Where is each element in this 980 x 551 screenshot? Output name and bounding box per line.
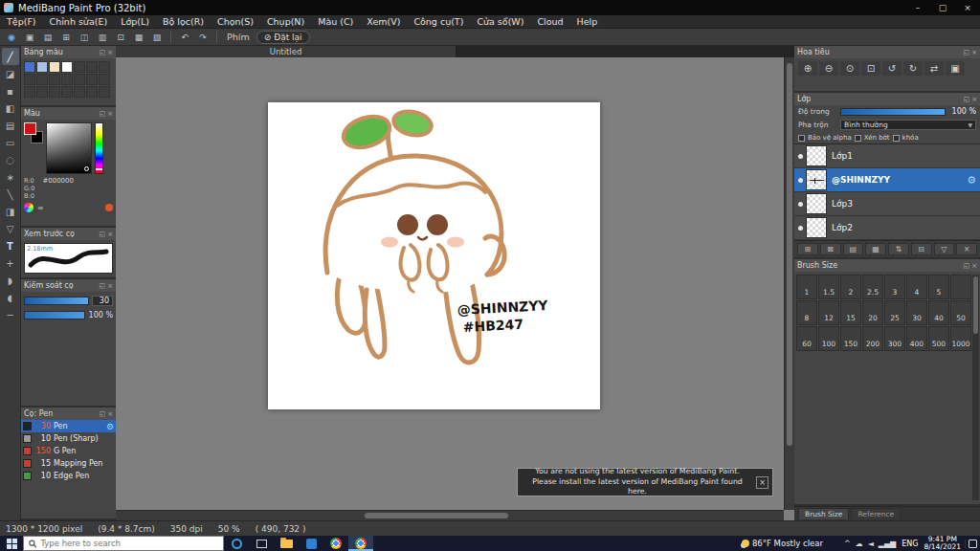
merge-layer-icon[interactable]: ⊟ (911, 243, 932, 255)
minimize-button[interactable]: – (905, 0, 930, 15)
reset-button[interactable]: ⊘ Đặt lại (256, 31, 310, 44)
hue-slider[interactable] (95, 122, 103, 174)
zoom-out-icon[interactable]: ⊖ (819, 61, 838, 76)
brush-item-gpen[interactable]: 150 G Pen (21, 445, 116, 457)
onedrive-cloud-icon[interactable]: ☁ (856, 540, 863, 548)
color-close-icon[interactable] (105, 204, 113, 211)
zoom-in-icon[interactable]: ⊕ (798, 61, 817, 76)
layer-visibility-icon[interactable] (794, 178, 806, 183)
layer-visibility-icon[interactable] (794, 226, 806, 231)
palette-swatch[interactable] (36, 86, 48, 98)
hand-tool[interactable]: ◖ (2, 289, 19, 306)
volume-icon[interactable]: ◄ (868, 540, 874, 548)
close-panel-icon[interactable]: × (107, 110, 113, 118)
flip-icon[interactable]: ⇄ (924, 61, 944, 76)
close-panel-icon[interactable]: × (107, 49, 113, 56)
language-indicator[interactable]: ENG (902, 540, 918, 548)
menu-layer[interactable]: Lớp(L) (114, 16, 156, 27)
grid-icon[interactable]: ▥ (95, 31, 110, 44)
brush-size-scrollbar[interactable] (972, 275, 979, 500)
active-app-button[interactable] (348, 536, 373, 551)
zoom-fit-icon[interactable]: ⊙ (840, 61, 859, 76)
layer-visibility-icon[interactable] (794, 154, 806, 159)
brush-item-mapping-pen[interactable]: 15 Mapping Pen (21, 457, 116, 470)
text-tool[interactable]: T (2, 237, 19, 254)
open-icon[interactable]: ▤ (40, 31, 56, 44)
brush-item-pen[interactable]: 30 Pen ⚙ (21, 420, 116, 432)
menu-select[interactable]: Chọn(S) (211, 16, 260, 27)
brush-size-cell[interactable]: 15 (840, 300, 861, 325)
canvas-vertical-scrollbar[interactable] (784, 57, 794, 510)
brush-opacity-slider[interactable] (24, 311, 85, 320)
operation-tool[interactable]: + (2, 254, 19, 272)
menu-window[interactable]: Cửa sổ(W) (470, 16, 530, 27)
undo-icon[interactable]: ↶ (177, 31, 192, 44)
undock-icon[interactable]: ◱ (100, 110, 106, 118)
cloud-icon[interactable]: ◉ (4, 31, 19, 44)
layer-row[interactable]: Lớp3 (794, 192, 980, 216)
palette-swatch[interactable] (74, 86, 85, 98)
phim-button[interactable]: Phím (223, 32, 254, 42)
color-wheel-icon[interactable] (24, 203, 33, 212)
export-icon[interactable]: ◫ (77, 31, 92, 44)
blend-mode-dropdown[interactable]: Bình thường ▼ (840, 120, 976, 130)
lasso-tool[interactable]: ◌ (2, 151, 19, 168)
magic-wand-tool[interactable]: ∗ (2, 168, 19, 186)
palette-swatch[interactable] (36, 61, 48, 73)
fg-color-swatch[interactable] (24, 122, 36, 135)
undock-icon[interactable]: ◱ (100, 282, 106, 290)
notification-close-button[interactable]: × (756, 476, 768, 489)
brush-tool[interactable]: ╱ (2, 48, 19, 65)
brush-size-cell[interactable]: 4 (906, 275, 927, 299)
document-tab-untitled[interactable]: Untitled (116, 46, 457, 57)
save-icon[interactable]: ⊞ (58, 31, 74, 44)
protect-alpha-checkbox[interactable] (798, 135, 805, 142)
palette-swatch[interactable] (74, 74, 85, 85)
store-button[interactable] (299, 536, 323, 551)
menu-edit[interactable]: Chỉnh sửa(E) (43, 16, 115, 27)
palette-swatch[interactable] (24, 74, 35, 85)
cortana-button[interactable] (224, 536, 249, 551)
undock-icon[interactable]: ◱ (964, 96, 970, 103)
redo-icon[interactable]: ↷ (195, 31, 211, 44)
reset-view-icon[interactable]: ▣ (946, 61, 965, 76)
brush-item-pen-sharp[interactable]: 10 Pen (Sharp) (21, 432, 116, 445)
layer-visibility-icon[interactable] (794, 202, 806, 207)
scrollbar-thumb[interactable] (787, 63, 792, 446)
brush-size-cell[interactable]: 3 (884, 275, 905, 299)
clear-layer-icon[interactable]: ▽ (934, 243, 955, 255)
palette-swatch[interactable] (49, 74, 60, 85)
add-layer-icon[interactable]: ⊞ (797, 243, 818, 255)
duplicate-layer-icon[interactable]: ⊠ (820, 243, 841, 255)
brush-size-cell[interactable]: 50 (950, 300, 971, 325)
brush-size-cell[interactable]: 8 (796, 300, 817, 325)
weather-widget[interactable]: 86°F Mostly clear (742, 539, 823, 548)
rotate-cw-icon[interactable]: ↻ (903, 61, 923, 76)
clipping-checkbox[interactable] (855, 135, 861, 142)
eyedropper-tool[interactable]: ◗ (2, 272, 19, 289)
network-icon[interactable]: ▂▄▆ (879, 540, 896, 548)
lock-checkbox[interactable] (893, 135, 900, 142)
color-sliders-icon[interactable]: ≡ (37, 204, 44, 212)
saturation-value-picker[interactable] (46, 122, 92, 174)
material-icon[interactable]: ▦ (131, 31, 146, 44)
brush-size-cell[interactable]: 300 (884, 326, 905, 351)
palette-swatch[interactable] (24, 86, 35, 98)
brush-settings-gear-icon[interactable]: ⚙ (106, 422, 114, 431)
tab-reference[interactable]: Reference (851, 508, 901, 519)
new-canvas-icon[interactable]: ▣ (22, 31, 37, 44)
undock-icon[interactable]: ◱ (964, 262, 970, 270)
undock-icon[interactable]: ◱ (100, 49, 106, 56)
hidden-icons-chevron[interactable]: ^ (844, 540, 851, 548)
brush-size-cell[interactable]: 2.5 (862, 275, 883, 299)
palette-swatch[interactable] (24, 61, 35, 73)
palette-swatch[interactable] (86, 61, 98, 73)
select-rect-tool[interactable]: ▭ (2, 134, 19, 151)
notification-line2[interactable]: Please install the latest version of Med… (522, 477, 753, 497)
taskbar-search[interactable] (23, 536, 224, 551)
tab-brush-size[interactable]: Brush Size (798, 508, 849, 519)
drawing-canvas[interactable]: @SHINNZYY #HB247 (268, 102, 600, 409)
palette-swatch[interactable] (74, 61, 85, 73)
undock-icon[interactable]: ◱ (100, 410, 106, 418)
brush-size-cell[interactable]: 150 (840, 326, 861, 351)
